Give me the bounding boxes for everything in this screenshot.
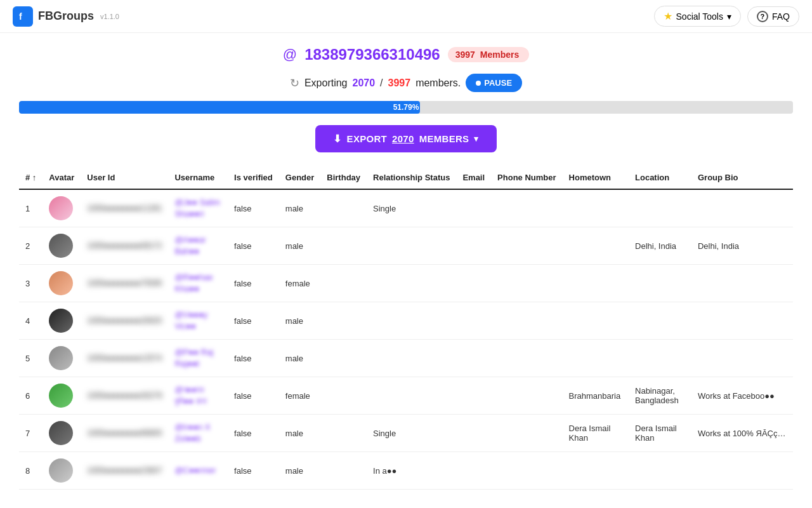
cell-relationship [367, 340, 456, 377]
cell-email [456, 340, 491, 377]
table-row: 7 1000●●●●●●●●96805 @Ir●●n X Zol●●b fals… [19, 415, 793, 452]
export-current: 2070 [353, 77, 376, 89]
cell-gender: male [279, 302, 321, 340]
col-phone: Phone Number [491, 166, 562, 189]
col-location: Location [629, 166, 691, 189]
cell-email [456, 302, 491, 340]
logo-area: f FBGroups v1.1.0 [13, 6, 119, 27]
cell-userid: 1000●●●●●●●●23607 [81, 452, 168, 490]
cell-username: @J●● Salim Sha●●ri [168, 189, 228, 227]
table-row: 4 1000●●●●●●●●26925 @V●●●y Vic●● false m… [19, 302, 793, 340]
col-relationship: Relationship Status [367, 166, 456, 189]
cell-userid: 1000●●●●●●●●75595 [81, 265, 168, 302]
cell-hometown [563, 452, 629, 490]
cell-avatar [43, 340, 81, 377]
cell-gender: male [279, 340, 321, 377]
social-tools-button[interactable]: ★ Social Tools ▾ [654, 6, 741, 27]
app-title: FBGroups [38, 10, 94, 23]
cell-avatar [43, 265, 81, 302]
col-num[interactable]: # ↑ [19, 166, 43, 189]
cell-username: @R●●hae Kha●● [168, 265, 228, 302]
export-btn-num: 2070 [392, 133, 414, 144]
cell-birthday [320, 265, 367, 302]
cell-email [456, 227, 491, 265]
cell-num: 2 [19, 227, 43, 265]
cell-bio [691, 189, 793, 227]
pause-dot-icon [476, 81, 481, 86]
cell-bio [691, 452, 793, 490]
cell-email [456, 415, 491, 452]
cell-hometown: Brahmanbaria [563, 377, 629, 415]
table-body: 1 1000●●●●●●●●11281 @J●● Salim Sha●●ri f… [19, 189, 793, 490]
table-row: 1 1000●●●●●●●●11281 @J●● Salim Sha●●ri f… [19, 189, 793, 227]
cell-verified: false [228, 340, 279, 377]
cell-hometown: Dera Ismail Khan [563, 415, 629, 452]
faq-button[interactable]: ? FAQ [747, 6, 799, 27]
cell-userid: 1000●●●●●●●●26925 [81, 302, 168, 340]
table-row: 8 1000●●●●●●●●23607 @C●●rmer false male … [19, 452, 793, 490]
pause-button[interactable]: PAUSE [466, 74, 522, 92]
download-icon: ⬇ [333, 133, 341, 145]
cell-hometown [563, 227, 629, 265]
cell-relationship: In a●● [367, 452, 456, 490]
cell-phone [491, 227, 562, 265]
header-actions: ★ Social Tools ▾ ? FAQ [654, 6, 799, 27]
progress-label: 51.79% [393, 103, 419, 112]
members-label: Members [480, 50, 519, 60]
faq-label: FAQ [772, 11, 790, 22]
col-userid: User Id [81, 166, 168, 189]
cell-num: 1 [19, 189, 43, 227]
cell-verified: false [228, 189, 279, 227]
cell-location [629, 302, 691, 340]
col-username: Username [168, 166, 228, 189]
chevron-down-icon: ▾ [727, 11, 731, 22]
table-header: # ↑ Avatar User Id Username Is verified … [19, 166, 793, 189]
svg-text:f: f [19, 11, 22, 22]
cell-phone [491, 340, 562, 377]
cell-num: 4 [19, 302, 43, 340]
members-count: 3997 [455, 50, 475, 60]
at-icon: @ [283, 46, 297, 63]
table-row: 2 1000●●●●●●●●08172 @A●●ar Bah●● false m… [19, 227, 793, 265]
cell-email [456, 189, 491, 227]
cell-verified: false [228, 302, 279, 340]
cell-phone [491, 452, 562, 490]
cell-location [629, 265, 691, 302]
progress-bar-container: 51.79% [19, 101, 793, 114]
cell-location [629, 452, 691, 490]
logo-icon: f [13, 6, 33, 27]
cell-hometown [563, 265, 629, 302]
export-btn-suffix: MEMBERS [419, 133, 469, 144]
cell-avatar [43, 189, 81, 227]
col-hometown: Hometown [563, 166, 629, 189]
cell-relationship [367, 265, 456, 302]
cell-birthday [320, 415, 367, 452]
cell-gender: female [279, 377, 321, 415]
col-avatar: Avatar [43, 166, 81, 189]
cell-bio: Works at 100% ЯĀÇçöüÑt_sÏÝLis [691, 415, 793, 452]
cell-verified: false [228, 377, 279, 415]
cell-userid: 1000●●●●●●●●30279 [81, 377, 168, 415]
members-table: # ↑ Avatar User Id Username Is verified … [19, 166, 793, 490]
cell-verified: false [228, 265, 279, 302]
export-total: 3997 [388, 77, 411, 89]
cell-bio: Works at Faceboo●● [691, 377, 793, 415]
table-row: 3 1000●●●●●●●●75595 @R●●hae Kha●● false … [19, 265, 793, 302]
refresh-icon: ↻ [290, 76, 299, 90]
cell-hometown [563, 302, 629, 340]
members-badge: 3997 Members [448, 47, 530, 62]
cell-relationship [367, 227, 456, 265]
export-button[interactable]: ⬇ EXPORT 2070 MEMBERS ▾ [315, 125, 496, 152]
group-id: 1838979366310496 [304, 46, 440, 64]
cell-userid: 1000●●●●●●●●12574 [81, 340, 168, 377]
cell-verified: false [228, 452, 279, 490]
cell-birthday [320, 340, 367, 377]
cell-userid: 1000●●●●●●●●08172 [81, 227, 168, 265]
cell-relationship [367, 377, 456, 415]
export-label-suffix: members. [416, 77, 461, 89]
cell-phone [491, 265, 562, 302]
cell-username: @A●●ar Bah●● [168, 227, 228, 265]
export-separator: / [380, 77, 383, 89]
table-row: 6 1000●●●●●●●●30279 @ব●●ডর কুবি●● রানা f… [19, 377, 793, 415]
cell-userid: 1000●●●●●●●●96805 [81, 415, 168, 452]
